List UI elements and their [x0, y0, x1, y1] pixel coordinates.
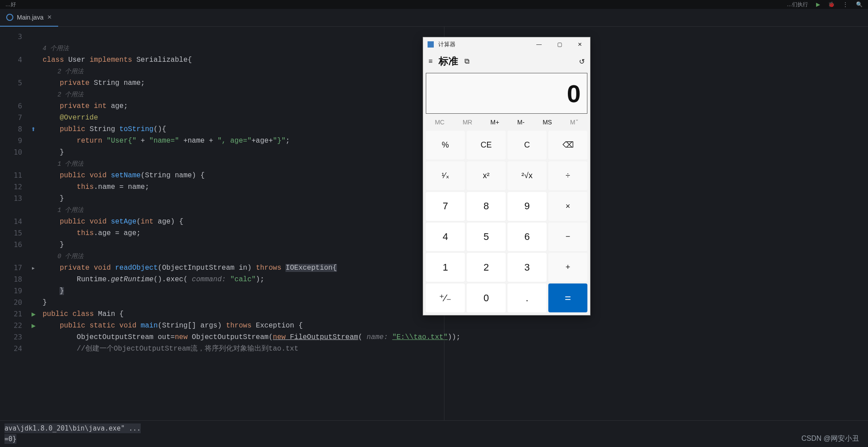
bookmark-icon[interactable]: ▸ [32, 265, 35, 271]
override-icon[interactable]: ⬆ [31, 126, 36, 132]
tab-main-java[interactable]: Main.java ✕ [0, 9, 58, 27]
calculator-icon [428, 41, 434, 48]
debug-icon[interactable]: 🐞 [828, 1, 835, 8]
calc-key-%[interactable]: % [426, 131, 465, 160]
calc-key-CE[interactable]: CE [467, 131, 506, 160]
calc-key-7[interactable]: 7 [426, 192, 465, 221]
calc-key-9[interactable]: 9 [507, 192, 547, 221]
mem-mc: MC [435, 119, 444, 126]
calc-key-⁺∕₋[interactable]: ⁺∕₋ [426, 283, 465, 312]
calc-key-=[interactable]: = [548, 283, 587, 312]
close-icon[interactable]: ✕ [570, 37, 590, 52]
calculator-titlebar[interactable]: 计算器 [423, 37, 529, 52]
mem-mr: MR [463, 119, 472, 126]
calc-key-²√x[interactable]: ²√x [507, 161, 547, 190]
mem-mplus[interactable]: M+ [490, 119, 499, 126]
keep-on-top-icon[interactable]: ⧉ [464, 57, 469, 65]
calc-key-3[interactable]: 3 [507, 253, 547, 282]
minimize-icon[interactable]: — [529, 37, 549, 52]
tab-filename: Main.java [17, 14, 44, 21]
more-icon[interactable]: ⋮ [843, 1, 848, 8]
console-line: =0} [4, 434, 16, 444]
top-menu-bar: …好 …们执行 ▶ 🐞 ⋮ 🔍 [0, 0, 868, 9]
calculator-memory-bar: MC MR M+ M- MS M˅ [423, 116, 590, 129]
mem-mdrop: M˅ [570, 119, 579, 126]
run-config-label[interactable]: …们执行 [787, 1, 808, 8]
calc-key-x²[interactable]: x² [467, 161, 506, 190]
calculator-mode: 标准 [439, 55, 458, 68]
watermark: CSDN @网安小丑 [801, 434, 859, 443]
calc-key-8[interactable]: 8 [467, 192, 506, 221]
calc-key-C[interactable]: C [507, 131, 547, 160]
run-gutter-icon[interactable]: ▶ [32, 323, 36, 329]
calculator-title: 计算器 [438, 40, 456, 48]
java-class-icon [6, 14, 13, 21]
calc-key-.[interactable]: . [507, 283, 547, 312]
calc-key-5[interactable]: 5 [467, 223, 506, 251]
calc-key-⌫[interactable]: ⌫ [548, 131, 587, 160]
calculator-display: 0 [426, 73, 587, 114]
editor-tab-bar: Main.java ✕ [0, 9, 868, 27]
calc-key-2[interactable]: 2 [467, 253, 506, 282]
calc-key-6[interactable]: 6 [507, 223, 547, 251]
mem-mminus[interactable]: M- [517, 119, 524, 126]
search-icon[interactable]: 🔍 [856, 1, 863, 8]
line-number-gutter: 3456789101112131415161718192021222324 [0, 27, 27, 418]
calc-key-4[interactable]: 4 [426, 223, 465, 251]
calc-key-+[interactable]: + [548, 253, 587, 282]
hamburger-icon[interactable]: ≡ [428, 57, 432, 65]
calc-key-0[interactable]: 0 [467, 283, 506, 312]
mem-ms[interactable]: MS [543, 119, 552, 126]
close-icon[interactable]: ✕ [47, 14, 52, 20]
calculator-toolbar: ≡ 标准 ⧉ ↺ [423, 52, 590, 71]
calc-key-−[interactable]: − [548, 223, 587, 251]
calc-key-¹⁄ₓ[interactable]: ¹⁄ₓ [426, 161, 465, 190]
menu-left[interactable]: …好 [5, 1, 16, 8]
calculator-keypad: %CEC⌫¹⁄ₓx²²√x÷789×456−123+⁺∕₋0.= [423, 129, 590, 315]
run-icon[interactable]: ▶ [816, 1, 820, 8]
calc-key-×[interactable]: × [548, 192, 587, 221]
maximize-icon[interactable]: ▢ [549, 37, 570, 52]
history-icon[interactable]: ↺ [579, 57, 585, 66]
calc-key-÷[interactable]: ÷ [548, 161, 587, 190]
calc-key-1[interactable]: 1 [426, 253, 465, 282]
run-gutter-icon[interactable]: ▶ [32, 311, 36, 317]
console-line: ava\jdk1.8.0_201\bin\java.exe" ... [4, 423, 141, 433]
console-panel[interactable]: ava\jdk1.8.0_201\bin\java.exe" ... =0} [0, 420, 868, 447]
calculator-window: 计算器 — ▢ ✕ ≡ 标准 ⧉ ↺ 0 MC MR M+ M- MS M˅ %… [423, 37, 591, 315]
icon-gutter: ⬆ ▸ ▶ ▶ [27, 27, 40, 418]
